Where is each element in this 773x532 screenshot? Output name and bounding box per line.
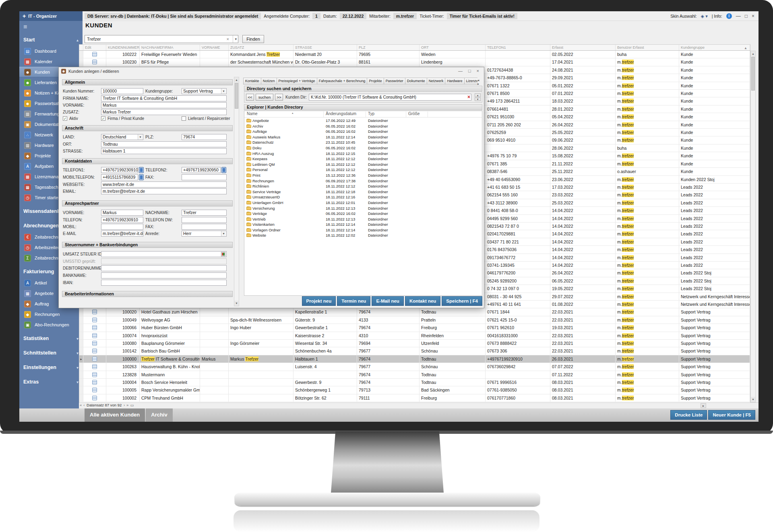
form-scroll-up-icon[interactable]: ▲: [234, 77, 239, 82]
column-header[interactable]: Benutzer Erfasst: [616, 45, 679, 50]
field-mobiltelefon[interactable]: +4915115786839: [101, 174, 138, 180]
field-anrede[interactable]: Herr▾: [182, 231, 227, 237]
edit-cell[interactable]: [83, 355, 106, 363]
checkbox-aktiv[interactable]: ✓Aktiv: [63, 116, 78, 121]
folder-row[interactable]: Visitenkarten18.11.2022 12:14Dateiordner: [244, 222, 482, 227]
scroll-right-icon[interactable]: ▸: [701, 403, 706, 408]
sidebar-item-rechnungen[interactable]: ◆Rechnungen: [19, 309, 83, 320]
speichern-f4-button[interactable]: Speichern | F4: [442, 296, 482, 306]
field-ap_nachname[interactable]: Trefzer: [182, 210, 227, 216]
field-ap_telefon_dw[interactable]: [182, 217, 227, 223]
column-header[interactable]: PLZ: [357, 45, 420, 50]
tab-overflow-icons[interactable]: ◂ ▸: [477, 78, 484, 86]
first-record-icon[interactable]: «: [80, 403, 82, 407]
field-zusatz[interactable]: Markus Trefzer: [101, 109, 227, 115]
search-input[interactable]: Trefzer × ▾: [85, 35, 238, 43]
folder-row[interactable]: Aufträge06.05.2022 16:02Dateiordner: [244, 129, 482, 134]
edit-cell[interactable]: [83, 332, 106, 339]
checkbox-lieferant[interactable]: Lieferant / Repaircenter: [182, 116, 230, 121]
sidebar-item-dashboard[interactable]: ▤Dashboard: [19, 46, 83, 56]
folder-row[interactable]: HRA Auszug18.11.2022 12:15Dateiordner: [244, 151, 482, 157]
skin-icon[interactable]: ◈ ▾: [701, 14, 708, 19]
edit-cell[interactable]: [83, 51, 106, 58]
folder-row[interactable]: Unterlagen GmbH18.11.2022 12:01Dateiordn…: [244, 200, 482, 206]
folder-row[interactable]: Keepass18.11.2022 12:12Dateiordner: [244, 156, 482, 162]
folder-row[interactable]: Leitlinien QM18.11.2022 12:12Dateiordner: [244, 162, 482, 167]
column-header[interactable]: TELEFON1: [486, 45, 550, 50]
explorer-columns[interactable]: Name ▴ Änderungsdatum Typ Größe: [244, 111, 482, 118]
edit-cell[interactable]: [83, 363, 106, 370]
table-row[interactable]: 100074hnopraxiszüstKaiserstrasse 24310Rh…: [79, 332, 750, 340]
prev-record-icon[interactable]: ‹: [83, 403, 85, 407]
table-row[interactable]: 100080Bauplanung GörsmeierIngo Görsmeier…: [79, 340, 750, 347]
field-land[interactable]: Deutschland▾: [101, 134, 143, 140]
column-header[interactable]: Erfasst: [550, 45, 616, 50]
find-button[interactable]: Finden: [242, 35, 264, 43]
folder-row[interactable]: Vorlagen Ordner18.11.2022 12:14Dateiordn…: [244, 227, 482, 233]
field-firma_name[interactable]: Trefzer IT Software & Consulting GmbH: [101, 95, 227, 101]
spinner-down-icon[interactable]: ▼: [475, 97, 481, 101]
folder-row[interactable]: Personal18.11.2022 12:12Dateiordner: [244, 167, 482, 173]
info-icon[interactable]: i: [726, 13, 732, 19]
column-header[interactable]: Edit: [83, 45, 106, 50]
edit-cell[interactable]: [83, 379, 106, 386]
dialog-titlebar[interactable]: ☻ Kunden anlegen / editieren: [59, 67, 484, 75]
folder-row[interactable]: Richlinien18.11.2022 12:12Dateiordner: [244, 184, 482, 189]
field-strasse[interactable]: Halbtauen 1: [101, 148, 227, 154]
last-record-icon[interactable]: »: [126, 403, 128, 407]
folder-row[interactable]: Rechnungen06.09.2022 17:38Dateiordner: [244, 178, 482, 184]
kontakt-neu-button[interactable]: Kontakt neu: [405, 296, 440, 306]
minimize-button[interactable]: —: [736, 14, 741, 19]
tab-alle-aktiven-kunden[interactable]: Alle aktiven Kunden: [85, 408, 145, 422]
folder-row[interactable]: Versicherung18.11.2022 12:13Dateiordner: [244, 206, 482, 211]
tab-archiv[interactable]: Archiv: [146, 408, 172, 422]
vat-check-icon[interactable]: [221, 252, 225, 256]
folder-row[interactable]: Vertrieb18.11.2022 12:13Dateiordner: [244, 217, 482, 222]
sidebar-item-kalender[interactable]: ▦Kalender: [19, 56, 83, 67]
sidebar-section-statistiken[interactable]: Statistiken▾: [19, 332, 83, 344]
phone-icon[interactable]: [139, 167, 144, 173]
projekt-neu-button[interactable]: Projekt neu: [302, 296, 336, 306]
table-vertical-scrollbar[interactable]: ▲ ▼: [750, 51, 756, 402]
field-plz[interactable]: 79674: [182, 134, 227, 140]
new-customer-button[interactable]: Neuer Kunde | F5: [708, 410, 755, 420]
clear-path-icon[interactable]: ×: [467, 94, 470, 100]
phone-icon[interactable]: [221, 167, 226, 173]
field-telefon1[interactable]: +49767199230910: [101, 167, 138, 173]
table-row[interactable]: 100263Hausverwaltung B. Kühn - KnobelLui…: [79, 363, 750, 371]
field-kunden_nummer[interactable]: 100000: [101, 88, 143, 94]
close-button[interactable]: ×: [752, 14, 754, 19]
dialog-tab-dokumente[interactable]: Dokumente: [405, 78, 427, 85]
folder-row[interactable]: Ausweis Markus18.11.2022 12:14Dateiordne…: [244, 134, 482, 140]
hamburger-menu-icon[interactable]: ≡: [19, 21, 83, 31]
field-ap_fax[interactable]: [182, 224, 227, 230]
table-row[interactable]: 100002CPM Treuhand GmbHBötzinger Str. 62…: [79, 394, 750, 402]
dir-next-button[interactable]: >>: [275, 94, 283, 101]
field-ap_mobil[interactable]: [101, 224, 143, 230]
column-header[interactable]: [79, 45, 83, 50]
dialog-tab-passw-rter[interactable]: Passwörter: [384, 78, 405, 85]
scroll-down-icon[interactable]: ▼: [751, 397, 755, 402]
scrollbar-thumb[interactable]: [751, 57, 755, 91]
sidebar-section-extras[interactable]: Extras▾: [19, 376, 83, 388]
search-dropdown-icon[interactable]: ▾: [233, 35, 237, 43]
search-clear-icon[interactable]: ×: [227, 35, 229, 43]
field-vorname[interactable]: Markus: [101, 102, 227, 108]
sidebar-item-abo-rechnungen[interactable]: ▣Abo-Rechnungen: [19, 320, 83, 330]
edit-cell[interactable]: [83, 324, 106, 331]
edit-cell[interactable]: [83, 347, 106, 355]
field-ort[interactable]: Todtnau: [101, 141, 227, 147]
edit-cell[interactable]: [83, 58, 106, 66]
dialog-maximize-icon[interactable]: □: [468, 68, 471, 73]
sidebar-section-einstellungen[interactable]: Einstellungen▾: [19, 361, 83, 373]
field-bankname[interactable]: [101, 272, 227, 278]
edit-cell[interactable]: [83, 316, 106, 324]
dialog-tab-hardware[interactable]: Hardware: [445, 78, 464, 85]
table-row[interactable]: 100005Rapp Versicherungsmakler GmbHSchön…: [79, 386, 750, 394]
field-kundengruppe[interactable]: Support Vertrag▾: [182, 88, 227, 94]
folder-row[interactable]: Datenschutz23.11.2022 10:45Dateiordner: [244, 140, 482, 145]
grid-options-icon[interactable]: ▭: [130, 403, 134, 407]
field-debitorennummer[interactable]: [101, 265, 227, 271]
dialog-tab-fahrpauschale-berechnung[interactable]: Fahrpauschale + Berechnung: [317, 78, 368, 85]
field-email[interactable]: m.trefzer@trefzer-it.de: [101, 188, 227, 194]
